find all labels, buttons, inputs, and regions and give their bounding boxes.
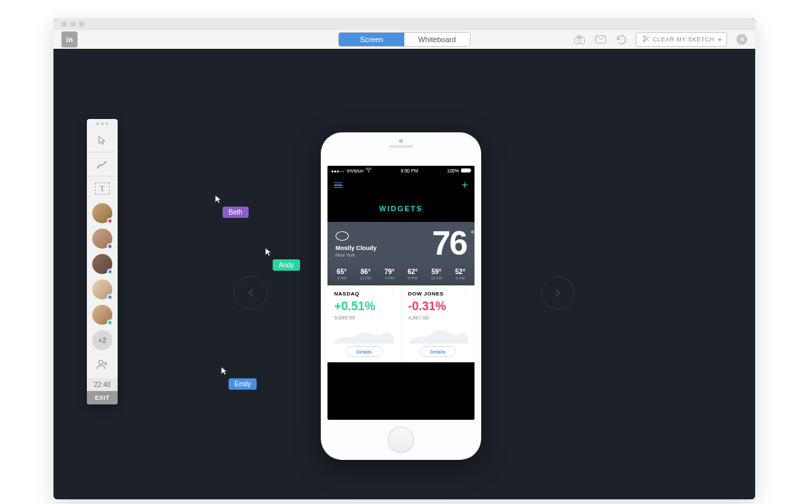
camera-icon[interactable] xyxy=(574,35,585,44)
next-screen-button[interactable] xyxy=(541,276,575,309)
cursor-label: Andy xyxy=(273,259,300,271)
phone-mockup: InVision 8:00 PM 100% + WIDGETS xyxy=(321,132,481,460)
status-dot xyxy=(107,294,113,300)
participant-avatar[interactable] xyxy=(92,229,112,249)
carrier-label: InVision xyxy=(347,168,364,173)
phone-camera-dot xyxy=(399,139,403,143)
status-dot xyxy=(107,218,113,224)
stock-change: -0.31% xyxy=(408,299,468,313)
weather-widget[interactable]: Mostly Cloudy New York 76° 65°8 AM 86°12… xyxy=(327,222,475,285)
home-button[interactable] xyxy=(388,426,414,453)
svg-line-8 xyxy=(645,37,649,41)
weather-condition: Mostly Cloudy xyxy=(335,245,377,251)
forecast-item: 65°8 AM xyxy=(337,268,347,280)
forecast-item: 79°4 PM xyxy=(384,268,394,280)
clear-sketch-label: CLEAR MY SKETCH xyxy=(653,36,714,43)
scissors-icon xyxy=(643,35,650,43)
stocks-row: ⋮ NASDAQ +0.51% 5,055.55 Details ⋮ DOW J… xyxy=(327,285,475,362)
sparkline xyxy=(408,325,468,344)
details-button[interactable]: Details xyxy=(346,346,382,357)
pointer-tool[interactable] xyxy=(87,128,118,152)
forecast-item: 86°12 PM xyxy=(360,268,371,280)
menu-icon[interactable] xyxy=(334,182,342,188)
cursor-label: Beth xyxy=(223,207,249,218)
stock-change: +0.51% xyxy=(334,299,394,313)
participant-avatar[interactable] xyxy=(92,254,112,274)
participant-avatar[interactable] xyxy=(92,305,112,325)
more-icon[interactable]: ⋮ xyxy=(389,291,396,293)
app-window: in Screen Whiteboard CLEAR MY SKETCH ✕ xyxy=(53,18,755,499)
undo-icon[interactable] xyxy=(616,35,626,44)
add-participant-icon[interactable] xyxy=(92,354,112,374)
weather-location: New York xyxy=(335,253,377,257)
forecast-item: 62°8 PM xyxy=(408,268,418,280)
panel-drag-handle[interactable] xyxy=(96,119,108,128)
canvas-area[interactable]: T +2 22:48 EXIT Beth An xyxy=(53,49,755,499)
window-title-bar xyxy=(53,18,755,30)
pen-tool[interactable] xyxy=(87,152,118,176)
clock-label: 8:00 PM xyxy=(400,168,418,173)
participant-avatar[interactable] xyxy=(92,279,112,299)
details-button[interactable]: Details xyxy=(420,346,456,357)
svg-point-13 xyxy=(368,171,369,172)
participant-avatar[interactable] xyxy=(92,203,112,223)
stock-name: DOW JONES xyxy=(408,291,468,297)
more-icon[interactable]: ⋮ xyxy=(462,291,469,293)
signal-icon xyxy=(331,168,345,173)
svg-point-2 xyxy=(577,38,581,42)
main-toolbar: in Screen Whiteboard CLEAR MY SKETCH ✕ xyxy=(53,30,755,49)
traffic-light-close[interactable] xyxy=(61,21,67,27)
stock-widget-dow[interactable]: ⋮ DOW JONES -0.31% 4,567.00 Details xyxy=(401,285,475,362)
stock-name: NASDAQ xyxy=(334,291,394,297)
status-dot xyxy=(107,243,113,249)
tab-whiteboard[interactable]: Whiteboard xyxy=(404,33,470,46)
stock-value: 5,055.55 xyxy=(334,315,394,321)
tab-screen[interactable]: Screen xyxy=(339,33,404,46)
svg-line-9 xyxy=(645,37,649,40)
overflow-participants[interactable]: +2 xyxy=(92,330,112,350)
battery-icon xyxy=(461,168,470,172)
phone-screen: InVision 8:00 PM 100% + WIDGETS xyxy=(327,166,475,420)
forecast-row: 65°8 AM 86°12 PM 79°4 PM 62°8 PM 59°12 A… xyxy=(327,263,475,285)
invision-logo[interactable]: in xyxy=(61,31,78,47)
wifi-icon xyxy=(366,168,372,173)
sparkline xyxy=(334,325,394,344)
text-tool[interactable]: T xyxy=(87,176,118,201)
app-title: WIDGETS xyxy=(327,195,475,222)
forecast-item: 59°12 AM xyxy=(431,268,442,280)
status-dot xyxy=(107,320,113,326)
add-icon[interactable]: + xyxy=(462,179,468,191)
status-dot xyxy=(107,269,113,275)
clear-sketch-button[interactable]: CLEAR MY SKETCH xyxy=(636,32,727,47)
svg-point-10 xyxy=(99,360,103,364)
mail-icon[interactable] xyxy=(594,35,606,43)
exit-button[interactable]: EXIT xyxy=(87,391,118,404)
session-timer: 22:48 xyxy=(87,378,118,391)
ios-status-bar: InVision 8:00 PM 100% xyxy=(327,166,475,175)
app-nav-bar: + xyxy=(327,175,475,195)
forecast-item: 52°4 AM xyxy=(455,268,465,280)
close-icon[interactable]: ✕ xyxy=(736,34,747,45)
cursor-label: Emily xyxy=(229,378,257,390)
traffic-light-max[interactable] xyxy=(79,21,84,27)
current-temp: 76° xyxy=(432,229,466,259)
prev-screen-button[interactable] xyxy=(234,276,267,309)
view-mode-toggle: Screen Whiteboard xyxy=(338,32,470,47)
cloud-icon xyxy=(335,231,349,241)
traffic-light-min[interactable] xyxy=(70,21,76,27)
battery-pct: 100% xyxy=(447,168,459,173)
stock-widget-nasdaq[interactable]: ⋮ NASDAQ +0.51% 5,055.55 Details xyxy=(327,285,401,362)
tool-panel: T +2 22:48 EXIT xyxy=(87,119,118,404)
stock-value: 4,567.00 xyxy=(408,315,468,321)
